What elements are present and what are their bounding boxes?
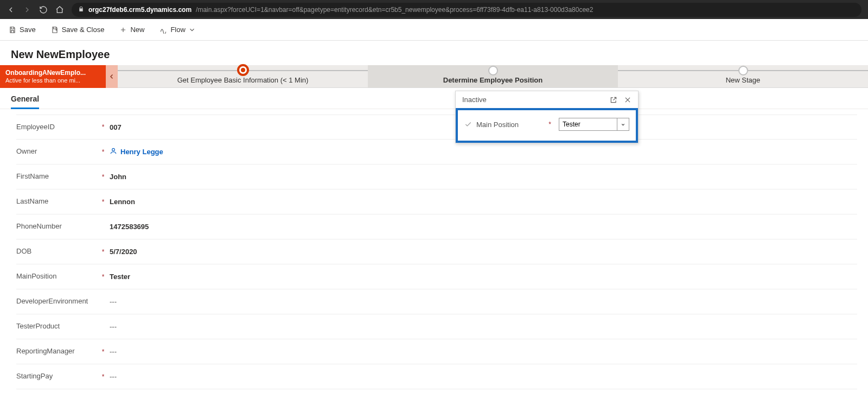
new-label: New (130, 26, 144, 34)
save-and-close-button[interactable]: Save & Close (49, 23, 107, 36)
flyout-status: Inactive (462, 96, 487, 104)
bpf-stage-label: Get Employee Basic Information (< 1 Min) (177, 76, 309, 84)
field-value[interactable]: 5/7/2020 (108, 248, 857, 256)
save-icon (9, 26, 16, 34)
chevron-down-icon (617, 118, 629, 130)
field-value[interactable]: --- (108, 347, 857, 356)
field-value-text: Henry Legge (120, 148, 163, 156)
required-mark: * (98, 373, 108, 381)
required-mark: * (98, 173, 108, 181)
flyout-body: Main Position * Tester (456, 108, 638, 143)
form-row: LastName*Lennon (16, 189, 857, 214)
required-mark: * (98, 198, 108, 206)
save-close-icon (51, 26, 59, 34)
popout-icon[interactable] (610, 96, 617, 104)
field-label: FirstName (16, 172, 98, 181)
url-path: /main.aspx?forceUCI=1&navbar=off&pagetyp… (196, 6, 593, 14)
form-row: PhoneNumber1472583695 (16, 214, 857, 239)
nav-home-icon[interactable] (55, 5, 64, 14)
bpf-stage-dot (738, 66, 748, 75)
form-tabs: General (0, 88, 868, 109)
bpf-stage-0[interactable]: Get Employee Basic Information (< 1 Min) (118, 65, 368, 87)
save-close-label: Save & Close (62, 26, 105, 34)
new-button[interactable]: New (117, 23, 146, 36)
address-bar[interactable]: orgc27fdeb6.crm5.dynamics.com /main.aspx… (72, 3, 861, 17)
browser-chrome: orgc27fdeb6.crm5.dynamics.com /main.aspx… (0, 0, 868, 19)
bpf-stage-label: Determine Employee Position (443, 76, 543, 84)
required-mark: * (98, 148, 108, 156)
required-mark: * (98, 248, 108, 256)
field-value[interactable]: 1472583695 (108, 223, 857, 231)
bpf-stage-1[interactable]: Determine Employee Position (368, 65, 618, 87)
field-value[interactable]: Lennon (108, 198, 857, 206)
stage-flyout: Inactive Main Position * Tester (455, 91, 639, 143)
field-label: Owner (16, 147, 98, 156)
person-icon (110, 147, 117, 156)
bpf-stage-2[interactable]: New Stage (618, 65, 868, 87)
bpf-process-pill[interactable]: OnboardingANewEmplo... Active for less t… (0, 65, 106, 88)
flow-label: Flow (170, 26, 185, 34)
bpf-collapse-button[interactable] (106, 65, 118, 88)
field-value-link[interactable]: Henry Legge (108, 147, 857, 156)
check-icon (464, 121, 472, 128)
save-label: Save (20, 26, 36, 34)
flyout-field-main-position: Main Position * Tester (464, 118, 629, 131)
field-label: DOB (16, 247, 98, 256)
field-label: TesterProduct (16, 322, 98, 331)
field-label: StartingPay (16, 372, 98, 381)
page-title: New NewEmployee (11, 48, 857, 61)
field-label: LastName (16, 197, 98, 206)
lock-icon (78, 6, 84, 14)
form-row: EmployeeID*007 (16, 115, 857, 140)
form-row: Owner*Henry Legge (16, 140, 857, 165)
required-mark: * (98, 348, 108, 356)
field-label: DeveloperEnvironment (16, 297, 98, 306)
form-row: DeveloperEnvironment--- (16, 289, 857, 314)
field-label: PhoneNumber (16, 222, 98, 231)
form-row: FirstName*John (16, 165, 857, 189)
nav-back-icon[interactable] (7, 5, 15, 14)
field-value[interactable]: Tester (108, 273, 857, 281)
required-mark: * (98, 123, 108, 131)
nav-refresh-icon[interactable] (39, 5, 48, 14)
field-value[interactable]: --- (108, 372, 857, 381)
field-label: MainPosition (16, 272, 98, 281)
bpf-process-status: Active for less than one mi... (5, 77, 100, 85)
form-row: MainPosition*Tester (16, 264, 857, 289)
required-mark: * (98, 273, 108, 281)
field-label: EmployeeID (16, 123, 98, 131)
field-value[interactable]: John (108, 173, 857, 181)
main-position-dropdown[interactable]: Tester (559, 118, 629, 131)
save-button[interactable]: Save (7, 23, 38, 36)
chevron-down-icon (189, 26, 196, 34)
tab-label: General (11, 94, 39, 103)
bpf-stage-dot (488, 66, 498, 75)
field-value[interactable]: --- (108, 298, 857, 306)
form-body: EmployeeID*007Owner*Henry LeggeFirstName… (0, 109, 868, 400)
form-row: ReportingManager*--- (16, 339, 857, 364)
form-row: DOB*5/7/2020 (16, 239, 857, 264)
required-mark: * (548, 121, 551, 128)
url-host: orgc27fdeb6.crm5.dynamics.com (88, 6, 192, 14)
bpf-stage-dot-current (237, 64, 249, 76)
bpf-stages: Get Employee Basic Information (< 1 Min)… (118, 65, 868, 88)
dropdown-value: Tester (563, 121, 580, 128)
flyout-field-label: Main Position (476, 121, 519, 129)
form-row: TesterProduct--- (16, 314, 857, 339)
business-process-flow: OnboardingANewEmplo... Active for less t… (0, 65, 868, 88)
flow-icon (159, 26, 167, 34)
bpf-stage-label: New Stage (726, 76, 761, 84)
flow-button[interactable]: Flow (157, 23, 198, 36)
bpf-process-name: OnboardingANewEmplo... (5, 69, 100, 77)
plus-icon (119, 26, 127, 34)
field-value[interactable]: --- (108, 323, 857, 331)
form-row: StartingPay*--- (16, 364, 857, 389)
command-bar: Save Save & Close New Flow (0, 19, 868, 41)
close-icon[interactable] (624, 96, 631, 104)
field-label: ReportingManager (16, 347, 98, 356)
nav-forward-icon[interactable] (23, 5, 31, 14)
page-header: New NewEmployee (0, 41, 868, 65)
flyout-header: Inactive (456, 91, 638, 108)
tab-general[interactable]: General (11, 94, 39, 109)
svg-point-0 (112, 148, 115, 151)
